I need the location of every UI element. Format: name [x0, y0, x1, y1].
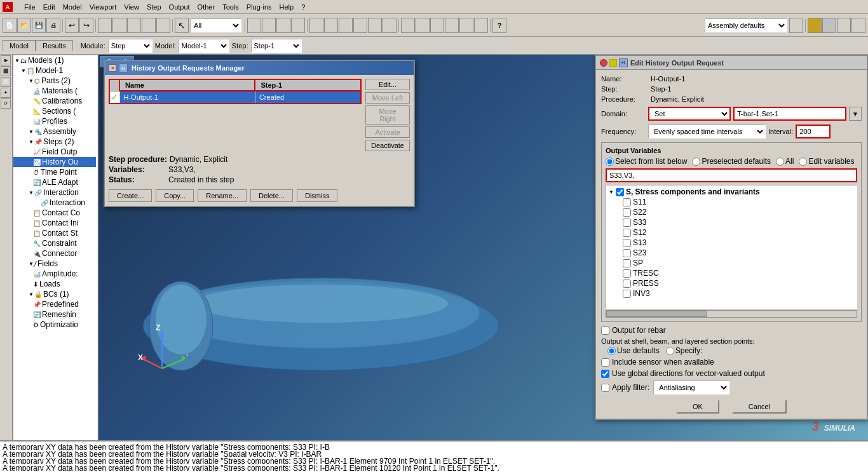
vars-tree[interactable]: ▼ S, Stress components and invariants S1… [606, 185, 857, 309]
viewport-3d[interactable]: Step-1 [98, 55, 868, 440]
tab-model[interactable]: Model [3, 40, 36, 51]
deactivate-btn[interactable]: Deactivate [365, 140, 410, 151]
tree-item-remeshing[interactable]: ▶ 🔄 Remeshin [13, 309, 96, 320]
tree-item-constraint[interactable]: ▶ 🔧 Constraint [13, 238, 96, 248]
menu-help[interactable]: Help [276, 2, 298, 12]
radio-select-list[interactable]: Select from list below [606, 157, 687, 166]
toolbar-view5[interactable] [368, 18, 382, 33]
menu-step[interactable]: Step [143, 2, 165, 12]
menu-model[interactable]: Model [59, 2, 86, 12]
edit-close-btn[interactable] [600, 59, 607, 67]
toolbar-btn7[interactable] [156, 18, 170, 33]
tree-item-profiles[interactable]: ▶ 📊 Profiles [13, 116, 96, 126]
filter-combo[interactable]: Antialiasing [653, 381, 729, 394]
tree-item-model1[interactable]: ▼ 📋 Model-1 [13, 65, 97, 76]
move-right-btn[interactable]: Move Right [365, 105, 410, 125]
vars-item-s22[interactable]: S22 [607, 207, 855, 217]
toolbar-zoom[interactable] [276, 18, 290, 33]
tree-item-steps[interactable]: ▼ 📌 Steps (2) [13, 137, 96, 147]
lt-btn-2[interactable]: ⬛ [1, 66, 11, 76]
vars-text-input[interactable] [606, 168, 857, 182]
menu-viewport[interactable]: Viewport [86, 2, 121, 12]
domain-set-input[interactable] [733, 107, 846, 121]
toolbar-mesh3[interactable] [430, 18, 444, 33]
toolbar-color1[interactable] [808, 18, 822, 33]
vars-item-tresc[interactable]: TRESC [607, 268, 855, 278]
tree-item-parts[interactable]: ▼ ⬡ Parts (2) [13, 76, 96, 86]
edit-btn[interactable]: Edit... [365, 79, 410, 90]
toolbar-mesh2[interactable] [416, 18, 430, 33]
toolbar-view3[interactable] [339, 18, 353, 33]
lt-btn-5[interactable]: ⟳ [1, 98, 11, 109]
tree-item-bcs[interactable]: ▼ 🔒 BCs (1) [13, 289, 96, 299]
assembly-defaults-combo[interactable]: Assembly defaults [705, 18, 787, 32]
sensor-checkbox[interactable]: Include sensor when available [601, 358, 862, 367]
activate-btn[interactable]: Activate [365, 126, 410, 138]
manager-titlebar[interactable]: ✕ H History Output Requests Manager [105, 61, 414, 75]
vars-item-s23[interactable]: S23 [607, 248, 855, 258]
tree-item-contactst[interactable]: ▶ 📋 Contact St [13, 228, 96, 238]
toolbar-filter-combo[interactable]: All [191, 18, 241, 32]
tree-item-fields[interactable]: ▼ 𝑓 Fields [13, 259, 96, 269]
tree-item-amplitude[interactable]: ▶ 📊 Amplitude: [13, 269, 96, 279]
tree-item-sections[interactable]: ▶ 📐 Sections ( [13, 106, 96, 116]
filter-checkbox[interactable]: Apply filter: [601, 383, 649, 392]
toolbar-view6[interactable] [383, 18, 397, 33]
radio-all[interactable]: All [776, 157, 794, 166]
edit-min-btn[interactable] [609, 59, 617, 67]
lt-btn-1[interactable]: ▶ [1, 55, 11, 65]
toolbar-view1[interactable] [309, 18, 323, 33]
tree-item-fieldout[interactable]: ▶ 📈 Field Outp [13, 147, 96, 157]
toolbar-btn6[interactable] [142, 18, 156, 33]
menu-tools[interactable]: Tools [219, 2, 243, 12]
vars-item-sp[interactable]: SP [607, 258, 855, 268]
vars-item-s11[interactable]: S11 [607, 197, 855, 207]
toolbar-pointer[interactable]: ↖ [175, 18, 189, 33]
domain-combo[interactable]: Set [648, 107, 731, 121]
vars-item-s13[interactable]: S13 [607, 238, 855, 248]
ok-btn[interactable]: OK [676, 400, 719, 414]
menu-edit[interactable]: Edit [39, 2, 59, 12]
tree-item-timepoint[interactable]: ▶ ⏱ Time Point [13, 167, 96, 177]
toolbar-view4[interactable] [353, 18, 367, 33]
toolbar-color3[interactable] [837, 18, 851, 33]
tree-item-calibrations[interactable]: ▶ 📏 Calibrations [13, 96, 96, 106]
model-combo[interactable]: Model-1 [179, 39, 229, 53]
toolbar-redo[interactable]: ↪ [79, 18, 93, 33]
cancel-btn[interactable]: Cancel [732, 400, 787, 414]
vars-group-stress[interactable]: ▼ S, Stress components and invariants [607, 187, 855, 197]
tree-item-assembly[interactable]: ▼ 🔩 Assembly [13, 126, 96, 137]
domain-dropdown-btn[interactable]: ▼ [849, 107, 862, 121]
toolbar-pan[interactable] [262, 18, 276, 33]
toolbar-help-icon[interactable]: ? [492, 18, 506, 33]
rebar-checkbox[interactable]: Output for rebar [601, 326, 862, 335]
edit-titlebar[interactable]: H Edit History Output Request [596, 56, 867, 70]
toolbar-color2[interactable] [822, 18, 836, 33]
module-combo[interactable]: Step [108, 39, 153, 53]
tree-item-interaction2[interactable]: ▶ 🔗 Interaction [13, 198, 96, 208]
toolbar-color4[interactable] [851, 18, 865, 33]
copy-btn[interactable]: Copy... [156, 189, 194, 202]
tree-item-historyout[interactable]: ▶ 📉 History Ou [13, 157, 96, 167]
vars-item-s12[interactable]: S12 [607, 227, 855, 238]
delete-btn[interactable]: Delete... [250, 189, 293, 202]
lt-btn-4[interactable]: ✦ [1, 88, 11, 98]
toolbar-mesh1[interactable] [401, 18, 415, 33]
tree-item-ale[interactable]: ▶ 🔄 ALE Adapt [13, 177, 96, 187]
toolbar-settings[interactable] [789, 18, 803, 33]
menu-other[interactable]: Other [194, 2, 219, 12]
lt-btn-3[interactable]: ⬜ [1, 77, 11, 87]
toolbar-btn4[interactable] [112, 18, 126, 33]
dismiss-btn[interactable]: Dismiss [297, 189, 338, 202]
manager-close-btn[interactable]: ✕ [109, 64, 116, 72]
tree-item-loads[interactable]: ▶ ⬇ Loads [13, 279, 96, 289]
tree-item-connector[interactable]: ▶ 🔌 Connector [13, 248, 96, 259]
menu-plugins[interactable]: Plug-ins [243, 2, 276, 12]
tree-item-interaction1[interactable]: ▼ 🔗 Interaction [13, 187, 96, 198]
toolbar-btn3[interactable] [98, 18, 112, 33]
toolbar-print[interactable]: 🖨 [46, 18, 60, 33]
toolbar-save[interactable]: 💾 [32, 18, 46, 33]
toolbar-rotate[interactable] [247, 18, 261, 33]
vars-hscrollbar[interactable] [606, 310, 857, 318]
radio-edit-vars[interactable]: Edit variables [799, 157, 854, 166]
